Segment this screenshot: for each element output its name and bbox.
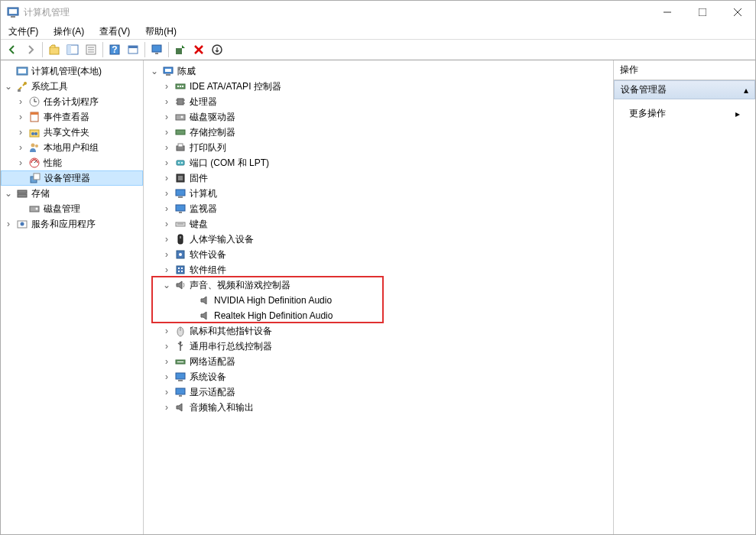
svg-rect-7 — [50, 47, 59, 54]
svg-rect-20 — [176, 48, 182, 54]
device-print-queue[interactable]: › 打印队列 — [144, 140, 613, 155]
chevron-right-icon[interactable]: › — [15, 157, 27, 169]
toolbar-icon-1[interactable] — [125, 41, 141, 58]
chevron-right-icon[interactable]: › — [161, 386, 173, 398]
software-icon — [174, 248, 187, 261]
help-button[interactable]: ? — [106, 41, 123, 58]
device-firmware[interactable]: › 固件 — [144, 170, 613, 186]
tree-services[interactable]: › 服务和应用程序 — [1, 216, 143, 232]
minimize-button[interactable] — [650, 1, 685, 24]
device-audio-io[interactable]: › 音频输入和输出 — [144, 400, 613, 415]
svg-point-34 — [31, 132, 34, 135]
tree-device-manager[interactable]: 设备管理器 — [1, 170, 143, 186]
tree-performance[interactable]: › 性能 — [1, 155, 143, 170]
device-software-device[interactable]: › 软件设备 — [144, 247, 613, 262]
hid-icon — [174, 233, 187, 245]
chevron-right-icon[interactable]: › — [161, 80, 173, 92]
device-ports[interactable]: › 端口 (COM 和 LPT) — [144, 155, 613, 170]
show-hide-tree-button[interactable] — [64, 41, 81, 58]
chevron-down-icon[interactable]: ⌄ — [161, 279, 173, 291]
menu-help[interactable]: 帮助(H) — [142, 24, 180, 40]
tree-event-viewer[interactable]: › 事件查看器 — [1, 109, 143, 125]
back-button[interactable] — [4, 41, 21, 58]
svg-rect-76 — [178, 235, 183, 244]
device-mouse[interactable]: › 鼠标和其他指针设备 — [144, 323, 613, 339]
chevron-right-icon[interactable]: › — [15, 126, 27, 138]
chevron-right-icon[interactable]: › — [15, 96, 27, 108]
svg-rect-53 — [180, 86, 181, 87]
device-audio-category[interactable]: ⌄ 声音、视频和游戏控制器 — [144, 277, 613, 293]
actions-section[interactable]: 设备管理器 ▴ — [614, 80, 755, 99]
chevron-right-icon[interactable]: › — [2, 218, 15, 230]
monitor-icon[interactable] — [148, 41, 165, 58]
tree-root[interactable]: 计算机管理(本地) — [1, 63, 143, 79]
scan-hardware-button[interactable] — [172, 41, 189, 58]
device-usb[interactable]: › 通用串行总线控制器 — [144, 339, 613, 354]
svg-rect-69 — [178, 176, 183, 180]
chevron-down-icon[interactable]: ⌄ — [2, 187, 15, 199]
tree-task-scheduler[interactable]: › 任务计划程序 — [1, 94, 143, 109]
tree-system-tools[interactable]: ⌄ 系统工具 — [1, 79, 143, 94]
device-keyboard[interactable]: › 键盘 — [144, 216, 613, 232]
chevron-right-icon[interactable]: › — [161, 157, 173, 169]
chevron-right-icon[interactable]: › — [161, 325, 173, 337]
device-software-component[interactable]: › 软件组件 — [144, 262, 613, 277]
maximize-button[interactable] — [685, 1, 720, 24]
chevron-down-icon[interactable]: ⌄ — [148, 65, 161, 77]
forward-button[interactable] — [22, 41, 39, 58]
device-ide[interactable]: › IDE ATA/ATAPI 控制器 — [144, 79, 613, 94]
chevron-right-icon[interactable]: › — [161, 264, 173, 276]
device-monitor[interactable]: › 监视器 — [144, 201, 613, 216]
chevron-down-icon[interactable]: ⌄ — [2, 80, 15, 92]
navigation-tree[interactable]: 计算机管理(本地) ⌄ 系统工具 › 任务计划程序 › 事件查看器 › 共享文件… — [1, 60, 144, 534]
tree-disk-management[interactable]: 磁盘管理 — [1, 201, 143, 216]
chevron-right-icon[interactable]: › — [161, 340, 173, 352]
chevron-right-icon[interactable]: › — [161, 218, 173, 230]
device-disk-drives[interactable]: › 磁盘驱动器 — [144, 109, 613, 125]
chevron-right-icon[interactable]: › — [161, 248, 173, 261]
chevron-right-icon[interactable]: › — [161, 203, 173, 215]
chevron-right-icon[interactable]: › — [15, 141, 27, 154]
device-realtek-audio[interactable]: Realtek High Definition Audio — [144, 308, 613, 323]
chevron-right-icon[interactable]: › — [161, 371, 173, 383]
menu-view[interactable]: 查看(V) — [96, 24, 133, 40]
svg-rect-93 — [179, 395, 182, 397]
tree-storage[interactable]: ⌄ 存储 — [1, 186, 143, 201]
device-system[interactable]: › 系统设备 — [144, 369, 613, 384]
chevron-right-icon[interactable]: › — [161, 172, 173, 184]
speaker-icon — [199, 310, 211, 322]
collapse-icon[interactable]: ▴ — [744, 85, 748, 96]
chevron-right-icon[interactable]: › — [161, 187, 173, 199]
device-hid[interactable]: › 人体学输入设备 — [144, 232, 613, 247]
up-button[interactable] — [46, 41, 63, 58]
menu-action[interactable]: 操作(A) — [50, 24, 87, 40]
menu-file[interactable]: 文件(F) — [5, 24, 41, 40]
device-tree[interactable]: ⌄ 陈威 › IDE ATA/ATAPI 控制器 › 处理器 › 磁盘驱动器 › — [144, 60, 614, 534]
chevron-right-icon[interactable]: › — [161, 111, 173, 123]
device-cpu[interactable]: › 处理器 — [144, 94, 613, 109]
chevron-right-icon[interactable]: › — [161, 233, 173, 245]
svg-rect-90 — [176, 373, 185, 379]
chevron-right-icon[interactable]: › — [161, 401, 173, 413]
chevron-right-icon[interactable]: › — [161, 96, 173, 108]
action-more[interactable]: 更多操作 ▸ — [614, 104, 755, 123]
enable-device-button[interactable] — [209, 41, 226, 58]
chevron-right-icon[interactable]: › — [161, 355, 173, 368]
chevron-right-icon[interactable]: › — [161, 141, 173, 154]
device-display-adapter[interactable]: › 显示适配器 — [144, 384, 613, 400]
close-button[interactable] — [720, 1, 755, 24]
device-network[interactable]: › 网络适配器 — [144, 354, 613, 369]
tree-shared-folders[interactable]: › 共享文件夹 — [1, 125, 143, 140]
properties-button[interactable] — [83, 41, 99, 58]
device-nvidia-audio[interactable]: NVIDIA High Definition Audio — [144, 293, 613, 308]
device-root[interactable]: ⌄ 陈威 — [144, 63, 613, 79]
system-icon — [174, 371, 187, 383]
tree-local-users[interactable]: › 本地用户和组 — [1, 140, 143, 155]
chevron-right-icon[interactable]: › — [161, 126, 173, 138]
device-storage-ctrl[interactable]: › 存储控制器 — [144, 125, 613, 140]
device-computer[interactable]: › 计算机 — [144, 186, 613, 201]
uninstall-button[interactable] — [190, 41, 207, 58]
svg-rect-32 — [31, 112, 38, 115]
hdd-icon — [174, 111, 187, 123]
chevron-right-icon[interactable]: › — [15, 111, 27, 123]
